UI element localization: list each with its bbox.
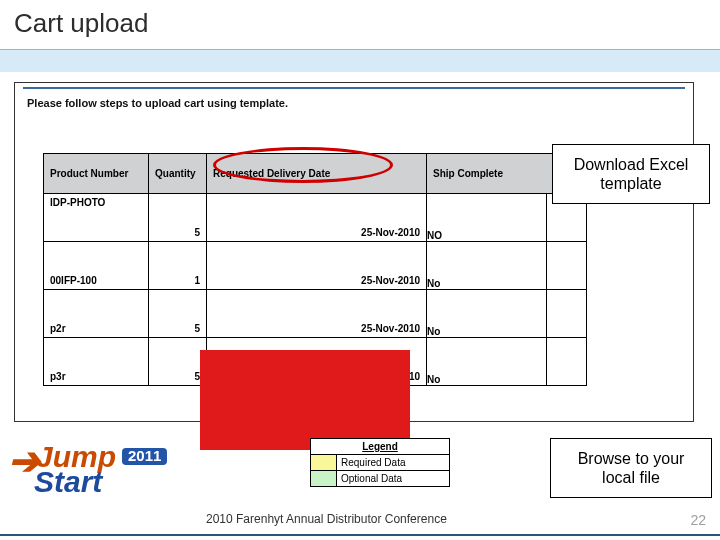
cell-quantity: 5 xyxy=(149,290,207,338)
annotation-red-block xyxy=(200,350,410,450)
cell-empty xyxy=(547,290,587,338)
legend-swatch-optional xyxy=(311,471,337,487)
logo-jump-start: ➔ Jump 2011 Start xyxy=(8,444,172,522)
table-header-row: Product Number Quantity Requested Delive… xyxy=(44,154,587,194)
page-title: Cart upload xyxy=(0,0,720,50)
cell-ship: No xyxy=(427,338,547,386)
cell-quantity: 1 xyxy=(149,242,207,290)
cell-ship: No xyxy=(427,242,547,290)
legend-label-optional: Optional Data xyxy=(337,471,450,487)
col-requested-date: Requested Delivery Date xyxy=(207,154,427,194)
callout-browse-file: Browse to your local file xyxy=(550,438,712,498)
legend-title: Legend xyxy=(311,439,450,455)
cell-product-number: 00IFP-100 xyxy=(44,242,149,290)
logo-year-badge: 2011 xyxy=(122,448,167,465)
cell-empty xyxy=(547,242,587,290)
legend-label-required: Required Data xyxy=(337,455,450,471)
col-quantity: Quantity xyxy=(149,154,207,194)
callout-download-template: Download Excel template xyxy=(552,144,710,204)
instruction-text: Please follow steps to upload cart using… xyxy=(15,89,693,115)
table-row: IDP-PHOTO 5 25-Nov-2010 NO xyxy=(44,194,587,242)
cell-date: 25-Nov-2010 xyxy=(207,242,427,290)
legend-swatch-required xyxy=(311,455,337,471)
cell-ship: NO xyxy=(427,194,547,242)
footer-rule xyxy=(0,534,720,536)
col-product-number: Product Number xyxy=(44,154,149,194)
page-number: 22 xyxy=(690,512,706,528)
footer-text: 2010 Farenhyt Annual Distributor Confere… xyxy=(206,512,447,526)
arrow-icon: ➔ xyxy=(8,448,40,475)
legend-table: Legend Required Data Optional Data xyxy=(310,438,450,487)
cell-quantity: 5 xyxy=(149,194,207,242)
cell-ship: No xyxy=(427,290,547,338)
accent-strip xyxy=(0,50,720,72)
slide: Cart upload Please follow steps to uploa… xyxy=(0,0,720,540)
cell-date: 25-Nov-2010 xyxy=(207,290,427,338)
cell-quantity: 5 xyxy=(149,338,207,386)
table-row: p2r 5 25-Nov-2010 No xyxy=(44,290,587,338)
cell-empty xyxy=(547,338,587,386)
cell-product-number: p2r xyxy=(44,290,149,338)
cell-date: 25-Nov-2010 xyxy=(207,194,427,242)
table-row: 00IFP-100 1 25-Nov-2010 No xyxy=(44,242,587,290)
cell-product-number: p3r xyxy=(44,338,149,386)
cell-product-number: IDP-PHOTO xyxy=(44,194,149,242)
